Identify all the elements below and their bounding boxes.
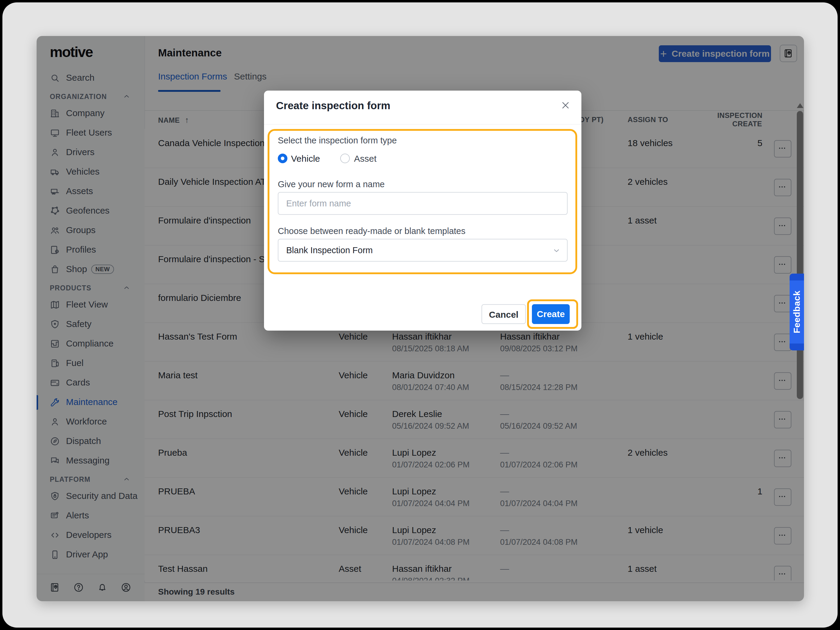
radio-vehicle-label[interactable]: Vehicle <box>291 153 320 164</box>
create-inspection-form-modal: Create inspection form Select the inspec… <box>264 91 581 331</box>
cancel-button[interactable]: Cancel <box>482 304 526 324</box>
template-select-value: Blank Inspection Form <box>286 245 373 255</box>
desktop-mat: motive SearchORGANIZATIONCompanyFleet Us… <box>2 2 838 628</box>
form-type-label: Select the inspection form type <box>278 136 397 145</box>
template-label: Choose between ready-made or blank templ… <box>278 226 465 236</box>
close-icon[interactable] <box>561 100 571 111</box>
screen: motive SearchORGANIZATIONCompanyFleet Us… <box>0 0 840 630</box>
modal-title: Create inspection form <box>276 99 390 112</box>
create-button[interactable]: Create <box>532 304 570 324</box>
radio-asset-label[interactable]: Asset <box>354 153 376 164</box>
app-window: motive SearchORGANIZATIONCompanyFleet Us… <box>36 36 804 601</box>
feedback-tab[interactable]: Feedback <box>789 273 804 351</box>
modal-divider <box>264 124 581 125</box>
chevron-down-icon <box>552 246 561 255</box>
radio-vehicle[interactable] <box>278 153 287 163</box>
form-name-input[interactable] <box>278 192 568 215</box>
radio-asset[interactable] <box>340 153 350 163</box>
feedback-tab-label: Feedback <box>789 273 804 351</box>
form-name-label: Give your new form a name <box>278 179 385 189</box>
template-select[interactable]: Blank Inspection Form <box>278 239 568 262</box>
